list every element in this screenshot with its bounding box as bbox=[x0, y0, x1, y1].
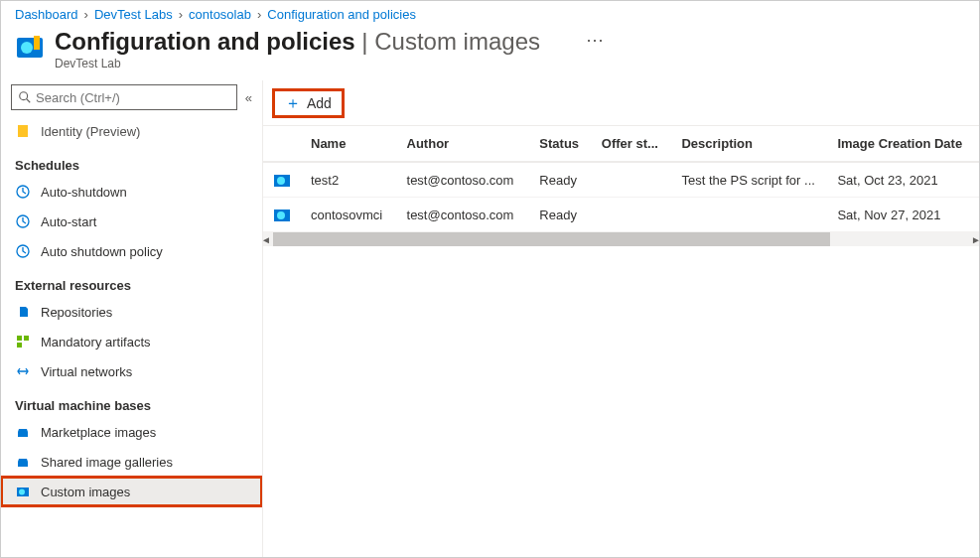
artifacts-icon bbox=[15, 334, 31, 349]
plus-icon: ＋ bbox=[285, 96, 301, 110]
breadcrumb: Dashboard › DevTest Labs › contosolab › … bbox=[1, 1, 979, 24]
vnet-icon bbox=[15, 363, 31, 379]
horizontal-scrollbar[interactable]: ◄ ► bbox=[273, 232, 969, 246]
gallery-icon bbox=[15, 454, 31, 470]
sidebar-item-label: Auto shutdown policy bbox=[41, 244, 163, 259]
sidebar-item-mandatory-artifacts[interactable]: Mandatory artifacts bbox=[1, 327, 262, 356]
more-actions-button[interactable]: ⋯ bbox=[586, 28, 604, 52]
svg-point-17 bbox=[277, 211, 285, 219]
cell-created: Sat, Oct 23, 2021 bbox=[827, 162, 979, 198]
svg-point-15 bbox=[277, 177, 285, 185]
svg-line-4 bbox=[27, 99, 31, 103]
svg-rect-10 bbox=[24, 336, 29, 341]
cell-name: test2 bbox=[301, 162, 397, 198]
col-created[interactable]: Image Creation Date bbox=[827, 126, 979, 162]
sidebar-item-identity[interactable]: Identity (Preview) bbox=[1, 116, 262, 146]
sidebar-item-marketplace-images[interactable]: Marketplace images bbox=[1, 417, 262, 447]
cell-author: test@contoso.com bbox=[397, 198, 530, 232]
svg-point-13 bbox=[19, 489, 25, 495]
clock-icon bbox=[15, 213, 31, 229]
main-panel: ＋ Add Name Author Status Offer st... Des… bbox=[263, 80, 979, 558]
search-input[interactable] bbox=[36, 90, 230, 105]
sidebar-item-auto-start[interactable]: Auto-start bbox=[1, 207, 262, 236]
col-description[interactable]: Description bbox=[671, 126, 827, 162]
cell-description bbox=[671, 198, 827, 232]
table-row[interactable]: test2 test@contoso.com Ready Test the PS… bbox=[263, 162, 979, 198]
sidebar-item-custom-images[interactable]: Custom images bbox=[1, 477, 262, 506]
svg-rect-9 bbox=[17, 336, 22, 341]
toolbar: ＋ Add bbox=[263, 80, 979, 126]
sidebar-group-vmbases: Virtual machine bases bbox=[1, 386, 262, 417]
sidebar-item-label: Repositories bbox=[41, 305, 112, 320]
sidebar-item-label: Custom images bbox=[41, 485, 130, 499]
svg-point-3 bbox=[20, 92, 28, 100]
sidebar-item-shared-image-galleries[interactable]: Shared image galleries bbox=[1, 447, 262, 477]
svg-rect-11 bbox=[17, 343, 22, 348]
cell-offer bbox=[592, 162, 672, 198]
scrollbar-thumb[interactable] bbox=[273, 232, 830, 246]
col-name[interactable]: Name bbox=[301, 126, 397, 162]
sidebar-item-label: Virtual networks bbox=[41, 364, 132, 379]
table-row[interactable]: contosovmci test@contoso.com Ready Sat, … bbox=[263, 198, 979, 232]
sidebar-item-auto-shutdown[interactable]: Auto-shutdown bbox=[1, 177, 262, 207]
page-title: Configuration and policies | Custom imag… bbox=[55, 28, 540, 56]
sidebar-item-auto-shutdown-policy[interactable]: Auto shutdown policy bbox=[1, 236, 262, 266]
clock-icon bbox=[15, 184, 31, 200]
scroll-right-icon[interactable]: ► bbox=[969, 232, 979, 246]
cell-description: Test the PS script for ... bbox=[671, 162, 827, 198]
page-header: Configuration and policies | Custom imag… bbox=[1, 24, 979, 80]
custom-image-icon bbox=[15, 484, 31, 499]
sidebar-item-repositories[interactable]: Repositories bbox=[1, 297, 262, 327]
repo-icon bbox=[15, 304, 31, 320]
add-button-label: Add bbox=[307, 95, 332, 111]
search-box[interactable] bbox=[11, 84, 237, 110]
breadcrumb-link-dashboard[interactable]: Dashboard bbox=[15, 7, 78, 22]
breadcrumb-link-contosolab[interactable]: contosolab bbox=[189, 7, 251, 22]
custom-image-icon bbox=[263, 198, 301, 232]
sidebar-item-virtual-networks[interactable]: Virtual networks bbox=[1, 356, 262, 386]
marketplace-icon bbox=[15, 424, 31, 440]
sidebar-item-label: Auto-shutdown bbox=[41, 185, 127, 200]
sidebar-item-label: Identity (Preview) bbox=[41, 124, 140, 139]
cell-status: Ready bbox=[529, 198, 592, 232]
search-icon bbox=[18, 90, 32, 104]
cell-name: contosovmci bbox=[301, 198, 397, 232]
sidebar: « Identity (Preview) Schedules Auto-shut… bbox=[1, 80, 263, 558]
custom-images-table: Name Author Status Offer st... Descripti… bbox=[263, 126, 979, 232]
svg-rect-2 bbox=[34, 36, 40, 50]
breadcrumb-link-devtestlabs[interactable]: DevTest Labs bbox=[94, 7, 173, 22]
identity-icon bbox=[15, 123, 31, 139]
col-author[interactable]: Author bbox=[397, 126, 530, 162]
cell-created: Sat, Nov 27, 2021 bbox=[827, 198, 979, 232]
add-button[interactable]: ＋ Add bbox=[275, 91, 342, 115]
sidebar-menu: Identity (Preview) Schedules Auto-shutdo… bbox=[1, 116, 262, 558]
chevron-right-icon: › bbox=[179, 7, 183, 22]
sidebar-item-label: Marketplace images bbox=[41, 425, 156, 440]
col-offer[interactable]: Offer st... bbox=[592, 126, 672, 162]
cell-author: test@contoso.com bbox=[397, 162, 530, 198]
cell-offer bbox=[592, 198, 672, 232]
clock-icon bbox=[15, 243, 31, 259]
devtest-lab-icon bbox=[15, 32, 45, 62]
col-status[interactable]: Status bbox=[529, 126, 592, 162]
svg-rect-5 bbox=[18, 125, 28, 137]
cell-status: Ready bbox=[529, 162, 592, 198]
chevron-right-icon: › bbox=[257, 7, 261, 22]
svg-point-1 bbox=[21, 42, 33, 54]
sidebar-group-external: External resources bbox=[1, 266, 262, 297]
collapse-sidebar-button[interactable]: « bbox=[245, 90, 252, 105]
breadcrumb-link-configuration[interactable]: Configuration and policies bbox=[267, 7, 416, 22]
sidebar-group-schedules: Schedules bbox=[1, 146, 262, 177]
sidebar-item-label: Shared image galleries bbox=[41, 455, 173, 470]
sidebar-item-label: Mandatory artifacts bbox=[41, 335, 151, 349]
page-subtitle: DevTest Lab bbox=[55, 57, 540, 70]
custom-image-icon bbox=[263, 162, 301, 198]
scroll-left-icon[interactable]: ◄ bbox=[263, 232, 273, 246]
chevron-right-icon: › bbox=[84, 7, 88, 22]
sidebar-item-label: Auto-start bbox=[41, 214, 96, 229]
